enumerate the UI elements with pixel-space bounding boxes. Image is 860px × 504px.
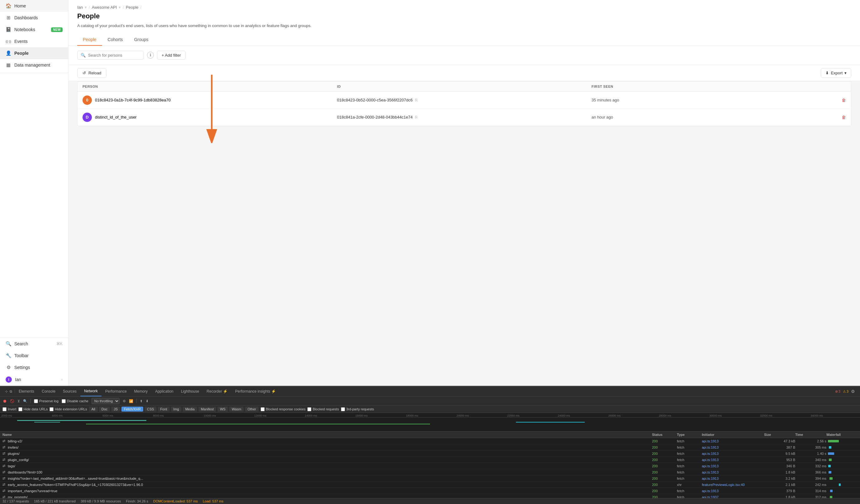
network-row[interactable]: ⇄plugins/ 200 fetch api.ts:1913 9.5 kB 1… — [0, 450, 860, 457]
row-initiator[interactable]: featurePreviewsLogic.tsx:40 — [702, 483, 764, 487]
devtools-responsive-icon[interactable]: ⧉ — [10, 389, 12, 394]
sidebar-item-ian[interactable]: I Ian › — [0, 373, 68, 386]
network-row[interactable]: ⇄tags/ 200 fetch api.ts:1913 346 B 332 m… — [0, 463, 860, 469]
network-row[interactable]: ⇄insights/?order=-last_modified_at&limit… — [0, 475, 860, 481]
table-row[interactable]: 0 018c8423-0a1b-7c4f-9c99-1db83828ea70 0… — [77, 92, 851, 109]
sidebar-item-toolbar[interactable]: 🔧 Toolbar — [0, 350, 68, 361]
upload-icon[interactable]: ⬆ — [140, 399, 143, 403]
devtools-tab-lighthouse[interactable]: Lighthouse — [177, 387, 203, 396]
search-icon[interactable]: 🔍 — [23, 399, 27, 403]
search-input[interactable] — [88, 53, 140, 58]
devtools-tab-sources[interactable]: Sources — [59, 387, 80, 396]
hide-data-urls-checkbox[interactable]: Hide data URLs — [18, 407, 48, 411]
tabs: People Cohorts Groups — [77, 34, 851, 45]
row-size: 379 B — [764, 489, 795, 493]
breadcrumb-api[interactable]: Awesome API — [92, 5, 117, 10]
delete-icon[interactable]: 🗑 — [842, 98, 846, 103]
disable-cache-checkbox[interactable]: Disable cache — [62, 399, 88, 403]
breadcrumb-ian[interactable]: Ian — [77, 5, 83, 10]
throttle-settings-icon[interactable]: ⚙ — [123, 399, 126, 403]
row-name: ⇄my_prompts/ — [2, 495, 652, 498]
devtools-tab-application[interactable]: Application — [151, 387, 177, 396]
row-waterfall — [826, 439, 858, 443]
tab-people[interactable]: People — [77, 34, 102, 46]
hide-extension-urls-checkbox[interactable]: Hide extension URLs — [49, 407, 87, 411]
sidebar-item-label: Toolbar — [14, 353, 62, 358]
blocked-cookies-checkbox[interactable]: Blocked response cookies — [261, 407, 306, 411]
filter-icon[interactable]: ⊻ — [17, 399, 20, 403]
dom-content-loaded[interactable]: DOMContentLoaded: 537 ms — [153, 499, 198, 503]
row-initiator[interactable]: api.ts:1937 — [702, 495, 764, 499]
devtools-tab-memory[interactable]: Memory — [130, 387, 151, 396]
devtools-tab-recorder[interactable]: Recorder ⚡ — [203, 387, 232, 396]
chip-css[interactable]: CSS — [144, 406, 157, 412]
row-initiator[interactable]: api.ts:1913 — [702, 439, 764, 443]
network-row[interactable]: ⇄plugin_config/ 200 fetch api.ts:1913 95… — [0, 457, 860, 463]
row-initiator[interactable]: api.ts:1913 — [702, 470, 764, 474]
invert-checkbox[interactable]: Invert — [2, 407, 16, 411]
network-row[interactable]: ⇄early_access_features/?token=STMFPsFhdP… — [0, 481, 860, 488]
devtools-tab-performance[interactable]: Performance — [101, 387, 130, 396]
devtools-settings-icon[interactable]: ⚙ — [851, 389, 855, 394]
sidebar-item-data-management[interactable]: ▦ Data management — [0, 59, 68, 71]
clear-icon[interactable]: 🚫 — [10, 399, 14, 403]
chip-img[interactable]: Img — [171, 406, 182, 412]
copy-icon[interactable]: ⎘ — [415, 115, 418, 119]
devtools-cursor-icon[interactable]: ⊹ — [5, 389, 8, 394]
table-row[interactable]: D distinct_id_of_the_user 018c841a-2cfe-… — [77, 109, 851, 126]
record-icon[interactable]: ⏺ — [2, 399, 7, 403]
network-row[interactable]: ⇄invites/ 200 fetch api.ts:1913 387 B 30… — [0, 444, 860, 450]
chip-manifest[interactable]: Manifest — [198, 406, 216, 412]
tab-groups[interactable]: Groups — [129, 34, 154, 46]
copy-icon[interactable]: ⎘ — [415, 98, 418, 102]
search-bar[interactable]: 🔍 — [77, 51, 144, 60]
tab-cohorts[interactable]: Cohorts — [102, 34, 129, 46]
chip-media[interactable]: Media — [183, 406, 197, 412]
chip-wasm[interactable]: Wasm — [229, 406, 244, 412]
devtools-tab-elements[interactable]: Elements — [15, 387, 38, 396]
network-row[interactable]: ⇄my_prompts/ 200 fetch api.ts:1937 1.8 k… — [0, 494, 860, 498]
sidebar-item-search[interactable]: 🔍 Search ⌘K — [0, 338, 68, 350]
add-filter-button[interactable]: + Add filter — [157, 51, 186, 60]
info-icon[interactable]: ℹ — [147, 51, 154, 59]
sidebar-item-settings[interactable]: ⚙ Settings — [0, 361, 68, 373]
row-initiator[interactable]: api.ts:1913 — [702, 452, 764, 456]
row-initiator[interactable]: api.ts:1913 — [702, 458, 764, 462]
chip-fetch-xhr[interactable]: Fetch/XHR — [121, 406, 143, 412]
row-initiator[interactable]: api.ts:1913 — [702, 445, 764, 449]
breadcrumb-people[interactable]: People — [126, 5, 138, 10]
devtools-tab-console[interactable]: Console — [38, 387, 59, 396]
delete-icon[interactable]: 🗑 — [842, 115, 846, 120]
chip-other[interactable]: Other — [245, 406, 259, 412]
row-initiator[interactable]: api.ts:1913 — [702, 477, 764, 480]
chip-doc[interactable]: Doc — [99, 406, 110, 412]
third-party-checkbox[interactable]: 3rd-party requests — [341, 407, 374, 411]
blocked-requests-checkbox[interactable]: Blocked requests — [307, 407, 339, 411]
sidebar-item-home[interactable]: 🏠 Home — [0, 0, 68, 12]
chip-all[interactable]: All — [89, 406, 98, 412]
sidebar-item-dashboards[interactable]: ⊞ Dashboards — [0, 12, 68, 24]
devtools-tab-perf-insights[interactable]: Performance insights ⚡ — [231, 387, 280, 396]
download-icon[interactable]: ⬇ — [146, 399, 148, 403]
throttle-select[interactable]: No throttling — [91, 398, 119, 404]
chip-ws[interactable]: WS — [217, 406, 228, 412]
sidebar-item-notebooks[interactable]: 📓 Notebooks NEW — [0, 24, 68, 35]
export-button[interactable]: ⬇ Export ▾ — [821, 68, 851, 78]
load-time[interactable]: Load: 537 ms — [203, 499, 224, 503]
devtools-tab-network[interactable]: Network — [80, 386, 101, 396]
breadcrumb-slash-1: / — [89, 5, 90, 10]
network-row[interactable]: ⇄billing-v2/ 200 fetch api.ts:1913 47.3 … — [0, 438, 860, 444]
row-initiator[interactable]: api.ts:1913 — [702, 489, 764, 493]
sidebar-item-people[interactable]: 👤 People — [0, 47, 68, 59]
col-person: PERSON — [83, 85, 337, 88]
row-initiator[interactable]: api.ts:1913 — [702, 464, 764, 468]
sidebar-item-events[interactable]: ((·)) Events — [0, 35, 68, 47]
sidebar-divider — [0, 73, 68, 73]
reload-button[interactable]: ↺ Reload — [77, 68, 106, 78]
chip-font[interactable]: Font — [158, 406, 170, 412]
chip-js[interactable]: JS — [111, 406, 120, 412]
network-row[interactable]: ⇄important_changes?unread=true 200 fetch… — [0, 488, 860, 494]
row-time: 1.40 s — [795, 452, 826, 456]
preserve-log-checkbox[interactable]: Preserve log — [34, 399, 59, 403]
network-row[interactable]: ⇄dashboards/?limit=100 200 fetch api.ts:… — [0, 469, 860, 475]
